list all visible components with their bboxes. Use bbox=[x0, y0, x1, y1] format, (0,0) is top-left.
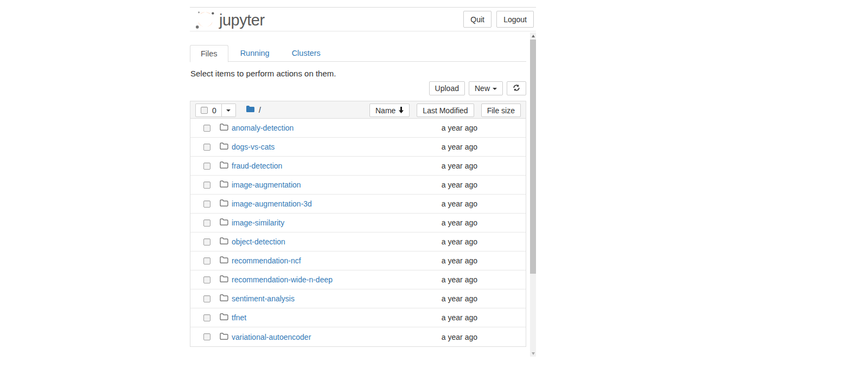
scroll-up-button[interactable] bbox=[530, 33, 536, 39]
folder-icon bbox=[220, 256, 228, 266]
action-hint-text: Select items to perform actions on them. bbox=[190, 69, 336, 78]
jupyter-wordmark: jupyter bbox=[219, 9, 265, 31]
tab-files[interactable]: Files bbox=[190, 45, 228, 62]
arrow-down-icon bbox=[399, 106, 404, 115]
table-row: sentiment-analysis a year ago bbox=[190, 289, 526, 308]
upload-button[interactable]: Upload bbox=[429, 81, 465, 95]
table-row: object-detection a year ago bbox=[190, 233, 526, 251]
last-modified-value: a year ago bbox=[442, 294, 477, 303]
folder-icon[interactable] bbox=[246, 105, 255, 115]
file-link[interactable]: image-augmentation bbox=[232, 180, 301, 189]
table-row: recommendation-wide-n-deep a year ago bbox=[190, 270, 526, 289]
table-row: image-augmentation a year ago bbox=[190, 176, 526, 195]
folder-icon bbox=[220, 199, 228, 209]
file-link[interactable]: image-augmentation-3d bbox=[232, 199, 312, 208]
table-row: image-similarity a year ago bbox=[190, 214, 526, 233]
file-link[interactable]: recommendation-ncf bbox=[232, 256, 301, 265]
row-checkbox[interactable] bbox=[203, 276, 210, 283]
refresh-icon bbox=[513, 84, 520, 93]
row-checkbox[interactable] bbox=[203, 125, 210, 132]
folder-icon bbox=[220, 313, 228, 322]
last-modified-value: a year ago bbox=[442, 162, 477, 170]
select-all-button[interactable]: 0 bbox=[195, 104, 222, 117]
row-checkbox[interactable] bbox=[203, 201, 210, 208]
table-row: recommendation-ncf a year ago bbox=[190, 251, 526, 270]
refresh-button[interactable] bbox=[507, 81, 526, 95]
select-all-group: 0 bbox=[195, 104, 236, 117]
last-modified-value: a year ago bbox=[442, 124, 477, 132]
file-link[interactable]: dogs-vs-cats bbox=[232, 143, 275, 151]
row-checkbox[interactable] bbox=[203, 219, 210, 227]
last-modified-value: a year ago bbox=[442, 199, 477, 208]
file-link[interactable]: image-similarity bbox=[232, 218, 284, 227]
folder-icon bbox=[220, 123, 228, 133]
file-link[interactable]: tfnet bbox=[232, 313, 246, 322]
jupyter-logo[interactable]: jupyter bbox=[194, 9, 265, 33]
scroll-down-button[interactable] bbox=[530, 350, 536, 357]
tab-bar: Files Running Clusters bbox=[190, 44, 526, 62]
table-row: image-augmentation-3d a year ago bbox=[190, 195, 526, 214]
folder-icon bbox=[220, 237, 228, 247]
folder-icon bbox=[220, 180, 228, 190]
sort-by-name-button[interactable]: Name bbox=[369, 104, 410, 117]
file-link[interactable]: recommendation-wide-n-deep bbox=[232, 275, 333, 284]
logout-button[interactable]: Logout bbox=[496, 11, 534, 28]
file-link[interactable]: anomaly-detection bbox=[232, 124, 293, 132]
last-modified-value: a year ago bbox=[442, 313, 477, 322]
file-list: 0 / Name bbox=[190, 101, 526, 347]
file-link[interactable]: variational-autoencoder bbox=[232, 333, 311, 341]
folder-icon bbox=[220, 332, 228, 342]
select-filter-dropdown-button[interactable] bbox=[222, 104, 236, 117]
last-modified-value: a year ago bbox=[442, 143, 477, 151]
scrollbar-thumb[interactable] bbox=[530, 40, 536, 274]
sort-buttons: Name Last Modified File size bbox=[369, 104, 521, 117]
last-modified-value: a year ago bbox=[442, 256, 477, 265]
row-checkbox[interactable] bbox=[203, 314, 210, 321]
row-checkbox[interactable] bbox=[203, 182, 210, 189]
file-list-header: 0 / Name bbox=[190, 101, 526, 119]
row-checkbox[interactable] bbox=[203, 295, 210, 302]
sort-by-file-size-button[interactable]: File size bbox=[481, 104, 521, 117]
file-link[interactable]: fraud-detection bbox=[232, 162, 282, 170]
table-row: variational-autoencoder a year ago bbox=[190, 327, 526, 346]
tab-running[interactable]: Running bbox=[230, 45, 280, 61]
table-row: dogs-vs-cats a year ago bbox=[190, 138, 526, 157]
new-dropdown-button[interactable]: New bbox=[469, 81, 503, 95]
last-modified-value: a year ago bbox=[442, 333, 477, 341]
table-row: fraud-detection a year ago bbox=[190, 157, 526, 176]
tab-clusters[interactable]: Clusters bbox=[282, 45, 331, 61]
last-modified-value: a year ago bbox=[442, 218, 477, 227]
last-modified-value: a year ago bbox=[442, 180, 477, 189]
file-link[interactable]: sentiment-analysis bbox=[232, 294, 295, 303]
sort-by-last-modified-button[interactable]: Last Modified bbox=[417, 104, 474, 117]
row-checkbox[interactable] bbox=[203, 163, 210, 170]
folder-icon bbox=[220, 161, 228, 171]
table-row: tfnet a year ago bbox=[190, 308, 526, 327]
arrow-up-icon bbox=[532, 35, 535, 37]
row-checkbox[interactable] bbox=[203, 144, 210, 151]
jupyter-app: jupyter Quit Logout Files Running Cluste… bbox=[190, 0, 536, 368]
toolbar: Upload New bbox=[190, 81, 526, 95]
chevron-down-icon bbox=[226, 109, 231, 112]
row-checkbox[interactable] bbox=[203, 238, 210, 246]
selected-count: 0 bbox=[212, 106, 216, 115]
folder-icon bbox=[220, 142, 228, 152]
jupyter-logo-icon bbox=[194, 9, 216, 33]
arrow-down-icon bbox=[532, 352, 535, 355]
vertical-scrollbar[interactable] bbox=[530, 33, 536, 357]
file-link[interactable]: object-detection bbox=[232, 237, 285, 246]
select-all-checkbox[interactable] bbox=[201, 107, 208, 114]
row-checkbox[interactable] bbox=[203, 333, 210, 340]
last-modified-value: a year ago bbox=[442, 275, 477, 284]
last-modified-value: a year ago bbox=[442, 237, 477, 246]
chevron-down-icon bbox=[493, 88, 497, 90]
app-header: jupyter Quit Logout bbox=[190, 8, 536, 31]
breadcrumb-root-link[interactable]: / bbox=[259, 106, 261, 114]
quit-button[interactable]: Quit bbox=[463, 11, 492, 28]
table-row: anomaly-detection a year ago bbox=[190, 119, 526, 138]
folder-icon bbox=[220, 218, 228, 228]
breadcrumb: / bbox=[246, 105, 261, 115]
folder-icon bbox=[220, 275, 228, 285]
row-checkbox[interactable] bbox=[203, 257, 210, 264]
folder-icon bbox=[220, 294, 228, 304]
